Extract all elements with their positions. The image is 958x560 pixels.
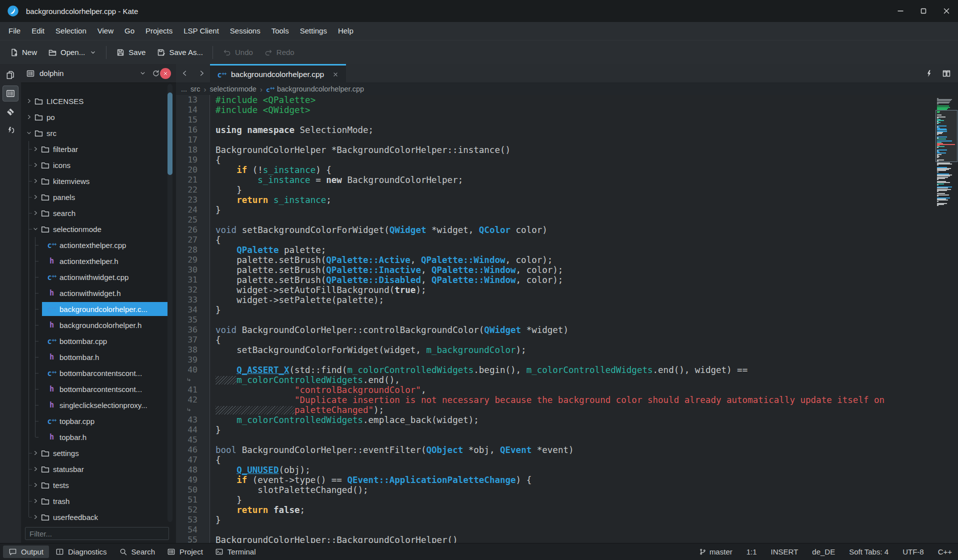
tree-item-bottombar-h[interactable]: hbottombar.h	[21, 349, 176, 365]
statusbar-tool-terminal[interactable]: Terminal	[210, 546, 262, 558]
menu-view[interactable]: View	[92, 22, 119, 40]
redo-icon	[264, 48, 273, 57]
quick-open-lightning-icon[interactable]	[925, 70, 933, 78]
sidebar-item-lsp-client[interactable]	[2, 122, 18, 138]
open-button[interactable]: Open...	[42, 44, 102, 61]
statusbar-dictionary[interactable]: de_DE	[812, 548, 835, 556]
tab-nav-left-icon[interactable]	[176, 64, 193, 82]
save-button[interactable]: Save	[110, 44, 151, 61]
sidebar-item-documents[interactable]	[2, 67, 18, 83]
statusbar-tab-mode[interactable]: Soft Tabs: 4	[849, 548, 888, 556]
menu-lsp-client[interactable]: LSP Client	[178, 22, 224, 40]
chevron-right-icon[interactable]	[25, 97, 33, 105]
tree-item-bottombarcontentscont[interactable]: c++bottombarcontentscont...	[21, 365, 176, 381]
menu-sessions[interactable]: Sessions	[224, 22, 266, 40]
breadcrumb-collapsed[interactable]: ...	[181, 85, 187, 93]
project-name[interactable]: dolphin	[40, 69, 134, 78]
chevron-right-icon[interactable]	[32, 177, 40, 185]
statusbar-tool-output[interactable]: Output	[3, 546, 49, 558]
tree-item-bottombarcontentscont[interactable]: hbottombarcontentscont...	[21, 381, 176, 397]
tree-item-statusbar[interactable]: statusbar	[21, 461, 176, 477]
project-filter-input[interactable]	[25, 527, 169, 540]
chevron-right-icon[interactable]	[32, 481, 40, 489]
tree-item-backgroundcolorhelper-c[interactable]: c++backgroundcolorhelper.c...	[21, 301, 176, 317]
window-maximize-button[interactable]	[912, 0, 935, 22]
project-close-button[interactable]	[160, 68, 171, 79]
tab-close-icon[interactable]	[332, 71, 339, 78]
tree-item-panels[interactable]: panels	[21, 189, 176, 205]
menu-file[interactable]: File	[3, 22, 26, 40]
tree-item-settings[interactable]: settings	[21, 445, 176, 461]
tree-item-trash[interactable]: trash	[21, 493, 176, 509]
chevron-right-icon[interactable]	[32, 497, 40, 505]
line-number: 55	[176, 535, 210, 543]
tree-item-bottombar-cpp[interactable]: c++bottombar.cpp	[21, 333, 176, 349]
menu-selection[interactable]: Selection	[50, 22, 92, 40]
new-button[interactable]: New	[4, 44, 42, 61]
breadcrumb-file[interactable]: backgroundcolorhelper.cpp	[277, 85, 364, 93]
tree-item-tests[interactable]: tests	[21, 477, 176, 493]
statusbar-git-branch[interactable]: master	[699, 548, 732, 556]
tree-item-licenses[interactable]: LICENSES	[21, 93, 176, 109]
sidebar-item-git[interactable]	[2, 104, 18, 120]
menu-help[interactable]: Help	[332, 22, 359, 40]
menu-go[interactable]: Go	[119, 22, 140, 40]
tree-item-actionwithwidget-h[interactable]: hactionwithwidget.h	[21, 285, 176, 301]
sidebar-item-projects[interactable]	[2, 86, 18, 102]
chevron-right-icon[interactable]	[32, 161, 40, 169]
statusbar-tool-diagnostics[interactable]: Diagnostics	[50, 546, 112, 558]
minimap-scrollbar[interactable]	[935, 95, 958, 543]
line-number: 36	[176, 325, 210, 335]
chevron-right-icon[interactable]	[32, 449, 40, 457]
chevron-down-icon[interactable]	[32, 225, 40, 233]
tree-item-selectionmode[interactable]: selectionmode	[21, 221, 176, 237]
chevron-right-icon[interactable]	[25, 113, 33, 121]
tree-item-icons[interactable]: icons	[21, 157, 176, 173]
breadcrumb-segment-selectionmode[interactable]: selectionmode	[210, 85, 256, 93]
tab-backgroundcolorhelper[interactable]: c++ backgroundcolorhelper.cpp	[210, 64, 346, 83]
tree-item-kitemviews[interactable]: kitemviews	[21, 173, 176, 189]
menu-settings[interactable]: Settings	[294, 22, 332, 40]
tree-item-src[interactable]: src	[21, 125, 176, 141]
project-refresh-icon[interactable]	[152, 69, 160, 78]
folder-icon	[40, 160, 50, 170]
tab-nav-right-icon[interactable]	[193, 64, 210, 82]
chevron-right-icon[interactable]	[32, 145, 40, 153]
chevron-right-icon[interactable]	[32, 513, 40, 521]
breadcrumb-segment-src[interactable]: src	[190, 85, 200, 93]
tree-item-actionwithwidget-cpp[interactable]: c++actionwithwidget.cpp	[21, 269, 176, 285]
save-as-button[interactable]: Save As...	[151, 44, 208, 61]
chevron-right-icon[interactable]	[32, 193, 40, 201]
tree-item-filterbar[interactable]: filterbar	[21, 141, 176, 157]
token: QEvent::ApplicationPaletteChange	[347, 475, 516, 485]
tree-scrollbar-thumb[interactable]	[168, 92, 172, 175]
tree-item-singleclickselectionproxy[interactable]: hsingleclickselectionproxy...	[21, 397, 176, 413]
menu-tools[interactable]: Tools	[266, 22, 294, 40]
menu-edit[interactable]: Edit	[26, 22, 50, 40]
tree-item-po[interactable]: po	[21, 109, 176, 125]
statusbar-encoding[interactable]: UTF-8	[902, 548, 924, 556]
tree-item-topbar-h[interactable]: htopbar.h	[21, 429, 176, 445]
statusbar-input-mode[interactable]: INSERT	[771, 548, 798, 556]
split-view-icon[interactable]	[942, 69, 951, 78]
minimap-viewport[interactable]	[936, 110, 958, 162]
menu-projects[interactable]: Projects	[140, 22, 178, 40]
line-number: 48	[176, 465, 210, 475]
tree-item-userfeedback[interactable]: userfeedback	[21, 509, 176, 523]
project-dropdown-chevron-icon[interactable]	[139, 70, 146, 77]
tree-item-topbar-cpp[interactable]: c++topbar.cpp	[21, 413, 176, 429]
statusbar-tool-search[interactable]: Search	[114, 546, 161, 558]
statusbar-cursor-position[interactable]: 1:1	[746, 548, 757, 556]
code-area[interactable]: 13#include <QPalette>14#include <QWidget…	[176, 95, 935, 543]
tree-item-actiontexthelper-cpp[interactable]: c++actiontexthelper.cpp	[21, 237, 176, 253]
tree-item-search[interactable]: search	[21, 205, 176, 221]
window-close-button[interactable]	[935, 0, 958, 22]
window-minimize-button[interactable]	[889, 0, 912, 22]
tree-item-actiontexthelper-h[interactable]: hactiontexthelper.h	[21, 253, 176, 269]
tree-item-backgroundcolorhelper-h[interactable]: hbackgroundcolorhelper.h	[21, 317, 176, 333]
chevron-down-icon[interactable]	[25, 129, 33, 137]
chevron-right-icon[interactable]	[32, 465, 40, 473]
statusbar-tool-project[interactable]: Project	[162, 546, 208, 558]
chevron-right-icon[interactable]	[32, 209, 40, 217]
statusbar-highlight-mode[interactable]: C++	[938, 548, 952, 556]
